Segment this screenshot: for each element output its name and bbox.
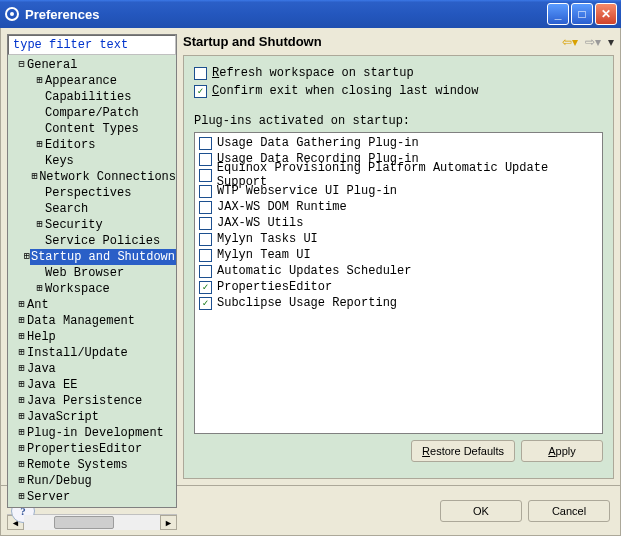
tree-item[interactable]: ⊞ Startup and Shutdown [8, 249, 176, 265]
expand-icon[interactable]: ⊞ [34, 217, 45, 233]
maximize-button[interactable]: □ [571, 3, 593, 25]
tree-item-label: Content Types [45, 121, 139, 137]
tree-item[interactable]: ⊞ Remote Systems [8, 457, 176, 473]
plugin-label: JAX-WS Utils [217, 216, 303, 230]
tree-item-label: Security [45, 217, 103, 233]
tree-horizontal-scrollbar[interactable]: ◄ ► [7, 514, 177, 530]
plugin-item[interactable]: PropertiesEditor [197, 279, 600, 295]
tree-item[interactable]: ⊞ PropertiesEditor [8, 441, 176, 457]
tree-item[interactable]: ⊞ Java [8, 361, 176, 377]
tree-item[interactable]: Perspectives [8, 185, 176, 201]
expand-icon[interactable]: ⊞ [16, 489, 27, 505]
left-pane: type filter text ⊟ General⊞ Appearance C… [7, 34, 177, 508]
expand-icon[interactable]: ⊞ [16, 313, 27, 329]
expand-icon[interactable]: ⊞ [30, 169, 39, 185]
checkbox-icon [199, 137, 212, 150]
cancel-button[interactable]: Cancel [528, 500, 610, 522]
tree-item-label: Appearance [45, 73, 117, 89]
scroll-right-arrow[interactable]: ► [160, 515, 177, 530]
expand-icon[interactable]: ⊞ [16, 425, 27, 441]
expand-icon[interactable]: ⊞ [16, 457, 27, 473]
expand-icon[interactable]: ⊞ [16, 345, 27, 361]
minimize-button[interactable]: _ [547, 3, 569, 25]
tree-item[interactable]: ⊞ Editors [8, 137, 176, 153]
plugin-item[interactable]: Mylyn Team UI [197, 247, 600, 263]
back-icon[interactable]: ⇦▾ [562, 35, 578, 49]
tree-item[interactable]: ⊞ Help [8, 329, 176, 345]
tree-item[interactable]: Search [8, 201, 176, 217]
tree-item[interactable]: Compare/Patch [8, 105, 176, 121]
tree-item-label: Keys [45, 153, 74, 169]
expand-icon[interactable]: ⊞ [16, 329, 27, 345]
expand-icon[interactable]: ⊞ [16, 393, 27, 409]
plugin-label: Usage Data Gathering Plug-in [217, 136, 419, 150]
plugins-list[interactable]: Usage Data Gathering Plug-inUsage Data R… [194, 132, 603, 434]
confirm-exit-checkbox[interactable]: Confirm exit when closing last window [194, 82, 603, 100]
expand-icon[interactable]: ⊞ [16, 361, 27, 377]
scroll-thumb[interactable] [54, 516, 114, 529]
checkbox-icon [199, 249, 212, 262]
tree-item-label: Ant [27, 297, 49, 313]
tree-item[interactable]: Keys [8, 153, 176, 169]
svg-point-1 [10, 12, 14, 16]
collapse-icon[interactable]: ⊟ [16, 57, 27, 73]
tree-item[interactable]: ⊞ Server [8, 489, 176, 505]
tree-item-label: PropertiesEditor [27, 441, 142, 457]
plugin-label: Subclipse Usage Reporting [217, 296, 397, 310]
close-button[interactable]: ✕ [595, 3, 617, 25]
restore-defaults-button[interactable]: Restore Defaults [411, 440, 515, 462]
tree-item-label: Editors [45, 137, 95, 153]
expand-icon[interactable]: ⊞ [34, 137, 45, 153]
tree-item[interactable]: ⊞ Plug-in Development [8, 425, 176, 441]
refresh-workspace-checkbox[interactable]: Refresh workspace on startup [194, 64, 603, 82]
plugin-item[interactable]: Automatic Updates Scheduler [197, 263, 600, 279]
tree-item[interactable]: ⊞ Install/Update [8, 345, 176, 361]
expand-icon[interactable]: ⊞ [34, 73, 45, 89]
tree-item[interactable]: Service Policies [8, 233, 176, 249]
plugin-item[interactable]: JAX-WS DOM Runtime [197, 199, 600, 215]
tree-item[interactable]: ⊞ JavaScript [8, 409, 176, 425]
expand-icon[interactable]: ⊞ [16, 377, 27, 393]
tree-item-label: Service Policies [45, 233, 160, 249]
preference-tree[interactable]: ⊟ General⊞ Appearance Capabilities Compa… [8, 55, 176, 507]
plugin-item[interactable]: Equinox Provisioning Platform Automatic … [197, 167, 600, 183]
tree-item[interactable]: ⊞ Security [8, 217, 176, 233]
plugin-label: JAX-WS DOM Runtime [217, 200, 347, 214]
checkbox-icon [194, 85, 207, 98]
checkbox-icon [199, 153, 212, 166]
expand-icon[interactable]: ⊞ [16, 473, 27, 489]
tree-item[interactable]: ⊞ Java Persistence [8, 393, 176, 409]
tree-item[interactable]: ⊞ Appearance [8, 73, 176, 89]
expand-icon[interactable]: ⊞ [16, 441, 27, 457]
menu-icon[interactable]: ▾ [608, 35, 614, 49]
expand-icon[interactable]: ⊞ [34, 281, 45, 297]
tree-item-label: Compare/Patch [45, 105, 139, 121]
tree-item[interactable]: ⊞ Data Management [8, 313, 176, 329]
expand-icon[interactable]: ⊞ [16, 409, 27, 425]
plugin-item[interactable]: Mylyn Tasks UI [197, 231, 600, 247]
tree-item-label: Startup and Shutdown [30, 249, 176, 265]
tree-item[interactable]: Capabilities [8, 89, 176, 105]
expand-icon[interactable]: ⊞ [16, 297, 27, 313]
checkbox-icon [199, 297, 212, 310]
ok-button[interactable]: OK [440, 500, 522, 522]
tree-item-label: Java EE [27, 377, 77, 393]
plugin-item[interactable]: JAX-WS Utils [197, 215, 600, 231]
tree-item[interactable]: ⊞ Workspace [8, 281, 176, 297]
plugin-label: Mylyn Tasks UI [217, 232, 318, 246]
apply-button[interactable]: Apply [521, 440, 603, 462]
titlebar[interactable]: Preferences _ □ ✕ [0, 0, 621, 28]
tree-item-label: Network Connections [39, 169, 176, 185]
tree-item[interactable]: ⊞ Run/Debug [8, 473, 176, 489]
tree-item[interactable]: Web Browser [8, 265, 176, 281]
forward-icon[interactable]: ⇨▾ [585, 35, 601, 49]
plugin-item[interactable]: Subclipse Usage Reporting [197, 295, 600, 311]
tree-item[interactable]: ⊞ Java EE [8, 377, 176, 393]
tree-item-label: Web Browser [45, 265, 124, 281]
filter-input[interactable]: type filter text [8, 35, 176, 55]
tree-item[interactable]: ⊞ Ant [8, 297, 176, 313]
tree-item[interactable]: ⊟ General [8, 57, 176, 73]
tree-item[interactable]: ⊞ Network Connections [8, 169, 176, 185]
tree-item[interactable]: Content Types [8, 121, 176, 137]
plugin-item[interactable]: Usage Data Gathering Plug-in [197, 135, 600, 151]
